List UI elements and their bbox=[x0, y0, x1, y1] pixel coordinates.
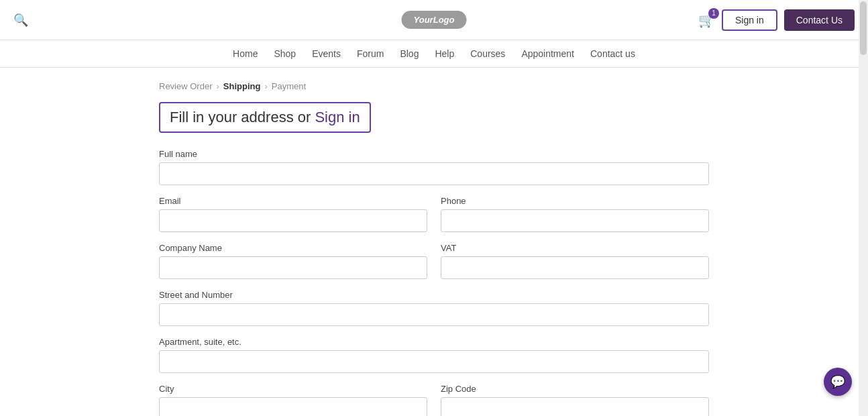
breadcrumb: Review Order › Shipping › Payment bbox=[159, 81, 709, 91]
email-phone-row: Email Phone bbox=[159, 196, 709, 232]
nav-appointment[interactable]: Appointment bbox=[521, 48, 574, 59]
breadcrumb-step2: Shipping bbox=[223, 81, 261, 91]
street-input[interactable] bbox=[159, 303, 709, 326]
cart-badge: 1 bbox=[708, 8, 719, 19]
header: 🔍 YourLogo 🛒 1 Sign in Contact Us bbox=[0, 0, 868, 40]
nav-shop[interactable]: Shop bbox=[274, 48, 296, 59]
header-right: 🛒 1 Sign in Contact Us bbox=[698, 9, 855, 31]
city-label: City bbox=[159, 384, 427, 394]
phone-input[interactable] bbox=[441, 209, 709, 232]
phone-label: Phone bbox=[441, 196, 709, 206]
nav-contact-us[interactable]: Contact us bbox=[590, 48, 635, 59]
cart-button[interactable]: 🛒 1 bbox=[698, 12, 715, 28]
city-group: City bbox=[159, 384, 427, 416]
heading-signin-link[interactable]: Sign in bbox=[315, 109, 360, 125]
header-left: 🔍 bbox=[13, 13, 28, 28]
vat-input[interactable] bbox=[441, 256, 709, 279]
logo-your: Your bbox=[414, 15, 433, 25]
logo-logo: Logo bbox=[433, 15, 455, 25]
vat-label: VAT bbox=[441, 243, 709, 253]
main-content: Review Order › Shipping › Payment Fill i… bbox=[146, 68, 722, 416]
nav-courses[interactable]: Courses bbox=[470, 48, 505, 59]
email-label: Email bbox=[159, 196, 427, 206]
fullname-group: Full name bbox=[159, 149, 709, 185]
apartment-input[interactable] bbox=[159, 350, 709, 373]
apartment-label: Apartment, suite, etc. bbox=[159, 337, 709, 347]
contact-button[interactable]: Contact Us bbox=[784, 9, 855, 31]
logo: YourLogo bbox=[402, 11, 467, 29]
street-row: Street and Number bbox=[159, 290, 709, 326]
nav-events[interactable]: Events bbox=[312, 48, 341, 59]
city-zip-row: City Zip Code bbox=[159, 384, 709, 416]
email-group: Email bbox=[159, 196, 427, 232]
city-input[interactable] bbox=[159, 397, 427, 416]
company-group: Company Name bbox=[159, 243, 427, 279]
street-group: Street and Number bbox=[159, 290, 709, 326]
zip-input[interactable] bbox=[441, 397, 709, 416]
heading-or-text: or bbox=[294, 109, 315, 125]
company-input[interactable] bbox=[159, 256, 427, 279]
search-button[interactable]: 🔍 bbox=[13, 13, 28, 28]
company-label: Company Name bbox=[159, 243, 427, 253]
scrollbar-thumb[interactable] bbox=[860, 1, 867, 55]
breadcrumb-sep2: › bbox=[264, 81, 267, 91]
fullname-input[interactable] bbox=[159, 162, 709, 185]
phone-group: Phone bbox=[441, 196, 709, 232]
breadcrumb-sep1: › bbox=[216, 81, 219, 91]
breadcrumb-step3: Payment bbox=[272, 81, 306, 91]
zip-label: Zip Code bbox=[441, 384, 709, 394]
nav-help[interactable]: Help bbox=[435, 48, 454, 59]
fullname-label: Full name bbox=[159, 149, 709, 159]
main-nav: Home Shop Events Forum Blog Help Courses… bbox=[0, 40, 868, 68]
page-heading: Fill in your address or Sign in bbox=[159, 102, 371, 133]
heading-main-text: Fill in your address bbox=[170, 109, 294, 125]
scrollbar-track[interactable] bbox=[859, 0, 868, 416]
vat-group: VAT bbox=[441, 243, 709, 279]
chat-bubble-button[interactable]: 💬 bbox=[824, 368, 852, 396]
fullname-row: Full name bbox=[159, 149, 709, 185]
apartment-group: Apartment, suite, etc. bbox=[159, 337, 709, 373]
email-input[interactable] bbox=[159, 209, 427, 232]
breadcrumb-step1: Review Order bbox=[159, 81, 212, 91]
logo-wrap: YourLogo bbox=[402, 11, 467, 29]
nav-forum[interactable]: Forum bbox=[357, 48, 384, 59]
signin-button[interactable]: Sign in bbox=[722, 9, 777, 31]
nav-home[interactable]: Home bbox=[233, 48, 258, 59]
street-label: Street and Number bbox=[159, 290, 709, 300]
company-vat-row: Company Name VAT bbox=[159, 243, 709, 279]
chat-icon: 💬 bbox=[830, 374, 845, 389]
apartment-row: Apartment, suite, etc. bbox=[159, 337, 709, 373]
nav-blog[interactable]: Blog bbox=[400, 48, 419, 59]
zip-group: Zip Code bbox=[441, 384, 709, 416]
